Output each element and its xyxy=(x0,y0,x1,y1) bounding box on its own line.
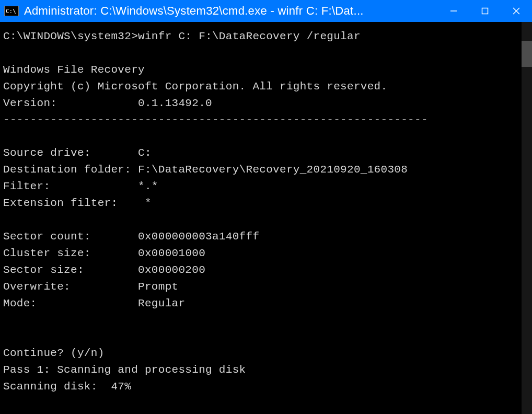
svg-text:C:\: C:\ xyxy=(6,8,16,15)
filter-label: Filter: xyxy=(3,180,50,192)
version-value: 0.1.13492.0 xyxy=(138,97,212,109)
cluster-size-value: 0x00001000 xyxy=(138,247,205,259)
ext-filter-label: Extension filter: xyxy=(3,197,118,209)
source-drive-label: Source drive: xyxy=(3,147,91,159)
window-titlebar: C:\ Administrator: C:\Windows\System32\c… xyxy=(0,0,532,22)
sector-size-value: 0x00000200 xyxy=(138,264,205,276)
window-controls xyxy=(438,0,532,22)
app-name: Windows File Recovery xyxy=(3,64,145,76)
overwrite-value: Prompt xyxy=(138,281,178,293)
copyright: Copyright (c) Microsoft Corporation. All… xyxy=(3,80,387,93)
separator: ----------------------------------------… xyxy=(3,114,428,126)
destination-value: F:\DataRecovery\Recovery_20210920_160308 xyxy=(138,164,408,176)
window-title: Administrator: C:\Windows\System32\cmd.e… xyxy=(24,4,438,18)
mode-label: Mode: xyxy=(3,297,37,309)
destination-label: Destination folder: xyxy=(3,164,131,176)
maximize-button[interactable] xyxy=(469,0,501,22)
ext-filter-value: * xyxy=(145,197,152,209)
prompt: C:\WINDOWS\system32> xyxy=(3,30,138,42)
scrollbar-track[interactable] xyxy=(522,22,532,414)
cmd-icon: C:\ xyxy=(4,6,19,16)
sector-count-label: Sector count: xyxy=(3,231,91,243)
sector-size-label: Sector size: xyxy=(3,264,84,276)
sector-count-value: 0x000000003a140fff xyxy=(138,231,259,243)
continue-prompt: Continue? (y/n) xyxy=(3,347,105,359)
source-drive-value: C: xyxy=(138,147,152,159)
terminal-output[interactable]: C:\WINDOWS\system32>winfr C: F:\DataReco… xyxy=(0,22,532,414)
cluster-size-label: Cluster size: xyxy=(3,247,91,259)
version-label: Version: xyxy=(3,97,57,109)
svg-rect-3 xyxy=(482,8,488,14)
scanning-line: Scanning disk: 47% xyxy=(3,381,131,393)
filter-value: *.* xyxy=(138,180,158,192)
command: winfr C: F:\DataRecovery /regular xyxy=(138,30,361,42)
pass-line: Pass 1: Scanning and processing disk xyxy=(3,364,246,376)
mode-value: Regular xyxy=(138,297,185,309)
scrollbar-thumb[interactable] xyxy=(522,41,532,67)
close-button[interactable] xyxy=(501,0,532,22)
overwrite-label: Overwrite: xyxy=(3,281,71,293)
minimize-button[interactable] xyxy=(438,0,469,22)
